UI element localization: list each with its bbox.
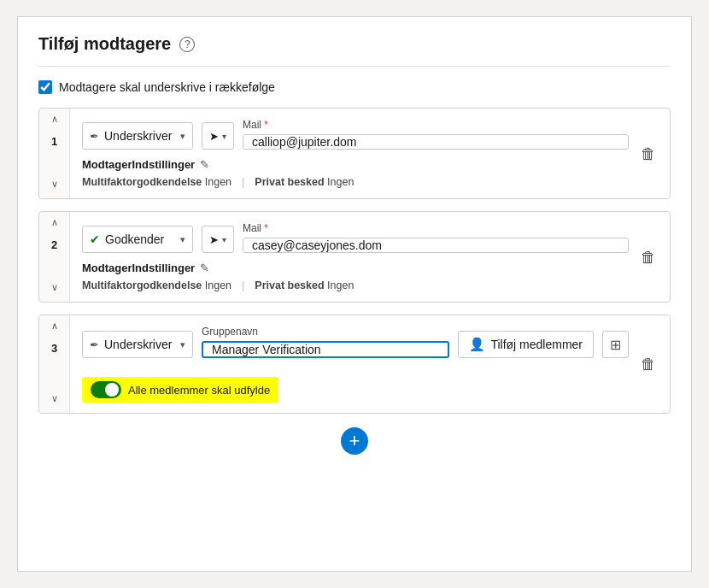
mfa-key-1: Multifaktorgodkendelse — [82, 176, 202, 188]
page-header: Tilføj modtagere ? — [38, 34, 671, 67]
role-label-3: Underskriver — [104, 338, 172, 351]
role-caret-2: ▾ — [180, 234, 185, 245]
chevron-up-3[interactable]: ∧ — [50, 319, 60, 333]
recipient-card-1: ∧ 1 ∨ ✒ Underskriver ▾ ➤ ▾ Mail — [38, 108, 671, 199]
email-field-2: Mail — [243, 222, 629, 253]
role-caret-1: ▾ — [180, 131, 185, 142]
group-settings-btn-3[interactable]: ⊞ — [602, 331, 629, 358]
settings-row-2: ModtagerIndstillinger ✎ — [82, 262, 629, 274]
sep-1: | — [242, 176, 244, 188]
settings-label-1: ModtagerIndstillinger — [82, 158, 195, 171]
add-members-btn-3[interactable]: 👤 Tilføj medlemmer — [458, 331, 594, 358]
private-val-1: Ingen — [327, 176, 354, 188]
recipient-card-2: ∧ 2 ∨ ✔ Godkender ▾ ➤ ▾ Mail — [38, 211, 671, 303]
chevron-up-1[interactable]: ∧ — [50, 112, 60, 126]
role-caret-3: ▾ — [180, 339, 185, 350]
private-val-2: Ingen — [327, 279, 354, 291]
card-number-col-3: ∧ 3 ∨ — [39, 315, 70, 413]
mfa-val-1: Ingen — [205, 176, 231, 188]
role-label-1: Underskriver — [104, 129, 172, 143]
delete-btn-1[interactable]: 🗑 — [637, 141, 659, 166]
private-key-1: Privat besked — [255, 176, 324, 188]
card-number-col-1: ∧ 1 ∨ — [39, 109, 70, 198]
chevron-down-2[interactable]: ∨ — [50, 280, 60, 295]
role-dropdown-1[interactable]: ✒ Underskriver ▾ — [82, 122, 193, 150]
order-checkbox-row: Modtagere skal underskrive i rækkefølge — [38, 80, 671, 94]
mfa-item-1: Multifaktorgodkendelse Ingen — [82, 176, 231, 188]
edit-icon-1[interactable]: ✎ — [200, 158, 209, 171]
toggle-label-3: Alle medlemmer skal udfylde — [128, 384, 270, 397]
delete-area-1: 🗑 — [637, 141, 659, 166]
email-input-1[interactable] — [243, 134, 629, 150]
groupname-label-3: Gruppenavn — [202, 326, 449, 338]
add-person-icon-3: 👤 — [469, 337, 485, 352]
email-label-1: Mail — [243, 119, 629, 131]
chevron-up-2[interactable]: ∧ — [50, 215, 60, 230]
email-field-1: Mail — [243, 119, 629, 150]
card-number-col-2: ∧ 2 ∨ — [39, 212, 70, 302]
send-btn-1[interactable]: ➤ ▾ — [202, 122, 234, 150]
toggle-switch-3[interactable] — [91, 381, 121, 398]
num-badge-3: 3 — [51, 342, 57, 355]
card-row-top-1: ✒ Underskriver ▾ ➤ ▾ Mail — [82, 119, 629, 150]
page-container: Tilføj modtagere ? Modtagere skal unders… — [17, 16, 692, 572]
card-row-top-3: ✒ Underskriver ▾ Gruppenavn 👤 Tilføj med… — [82, 326, 629, 358]
card-inner-2: ✔ Godkender ▾ ➤ ▾ Mail ModtagerIndstilli… — [70, 212, 670, 302]
add-members-label-3: Tilføj medlemmer — [490, 338, 583, 351]
num-badge-2: 2 — [51, 238, 57, 251]
group-settings-icon-3: ⊞ — [610, 337, 621, 353]
private-key-2: Privat besked — [255, 279, 324, 291]
role-field-3: ✒ Underskriver ▾ — [82, 331, 193, 358]
email-input-2[interactable] — [243, 238, 629, 253]
meta-row-1: Multifaktorgodkendelse Ingen | Privat be… — [82, 176, 629, 188]
settings-label-2: ModtagerIndstillinger — [82, 262, 195, 274]
email-label-2: Mail — [243, 222, 629, 234]
send-caret-2: ▾ — [222, 235, 226, 244]
toggle-container-3: Alle medlemmer skal udfylde — [82, 367, 629, 403]
mfa-val-2: Ingen — [205, 279, 231, 291]
chevron-down-3[interactable]: ∨ — [50, 391, 60, 406]
sep-2: | — [242, 279, 244, 291]
card-row-top-2: ✔ Godkender ▾ ➤ ▾ Mail — [82, 222, 629, 253]
order-checkbox[interactable] — [38, 80, 52, 94]
check-icon-2: ✔ — [90, 232, 100, 246]
order-checkbox-label: Modtagere skal underskrive i rækkefølge — [59, 80, 275, 94]
private-item-1: Privat besked Ingen — [255, 176, 354, 188]
edit-icon-2[interactable]: ✎ — [200, 262, 209, 274]
add-recipient-btn[interactable]: + — [341, 427, 368, 455]
help-icon[interactable]: ? — [179, 37, 195, 52]
mfa-item-2: Multifaktorgodkendelse Ingen — [82, 279, 231, 291]
send-btn-2[interactable]: ➤ ▾ — [202, 226, 234, 253]
role-field-2: ✔ Godkender ▾ — [82, 226, 193, 253]
private-item-2: Privat besked Ingen — [255, 279, 354, 291]
delete-area-3: 🗑 — [637, 352, 659, 377]
card-inner-1: ✒ Underskriver ▾ ➤ ▾ Mail ModtagerIndsti… — [70, 109, 670, 198]
role-field-1: ✒ Underskriver ▾ — [82, 122, 193, 150]
role-dropdown-2[interactable]: ✔ Godkender ▾ — [82, 226, 193, 253]
add-recipient-row: + — [38, 427, 671, 455]
pen-icon-3: ✒ — [90, 338, 99, 351]
recipient-card-3: ∧ 3 ∨ ✒ Underskriver ▾ Gruppenavn 👤 — [38, 315, 671, 414]
mfa-key-2: Multifaktorgodkendelse — [82, 279, 202, 291]
groupname-field-3: Gruppenavn — [202, 326, 449, 358]
meta-row-2: Multifaktorgodkendelse Ingen | Privat be… — [82, 279, 629, 291]
role-label-2: Godkender — [105, 232, 164, 246]
send-icon-2: ➤ — [209, 233, 219, 246]
page-title: Tilføj modtagere — [38, 34, 171, 54]
delete-btn-2[interactable]: 🗑 — [637, 244, 659, 269]
card-inner-3: ✒ Underskriver ▾ Gruppenavn 👤 Tilføj med… — [70, 315, 670, 413]
delete-area-2: 🗑 — [637, 244, 659, 269]
settings-row-1: ModtagerIndstillinger ✎ — [82, 158, 629, 171]
send-icon-1: ➤ — [209, 130, 219, 143]
role-dropdown-3[interactable]: ✒ Underskriver ▾ — [82, 331, 193, 358]
delete-btn-3[interactable]: 🗑 — [637, 352, 659, 377]
num-badge-1: 1 — [51, 135, 57, 148]
pen-icon-1: ✒ — [90, 130, 99, 143]
send-caret-1: ▾ — [222, 132, 226, 141]
toggle-row-3: Alle medlemmer skal udfylde — [82, 377, 278, 403]
chevron-down-1[interactable]: ∨ — [50, 177, 60, 191]
groupname-input-3[interactable] — [202, 341, 449, 358]
